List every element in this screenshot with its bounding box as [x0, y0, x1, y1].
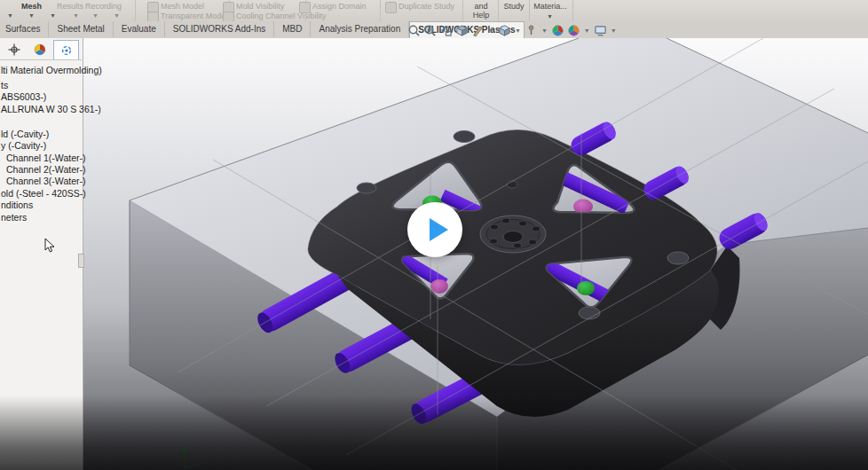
tab-sheet-metal[interactable]: Sheet Metal — [49, 21, 113, 37]
tree-item-mold-steel[interactable]: old (-Steel - 420SS-) — [1, 188, 86, 199]
create-material-button[interactable]: Materia... — [530, 2, 571, 11]
chevron-down-icon[interactable]: ▼ — [584, 27, 590, 34]
mold-visibility-button: Mold Visibility — [236, 2, 284, 11]
part-center-hub — [480, 215, 546, 253]
plastics-study-icon — [60, 44, 73, 57]
panel-splitter-handle[interactable] — [78, 254, 84, 268]
tree-item-channel-2[interactable]: Channel 2(-Water-) — [6, 164, 85, 175]
tree-item-channel-1[interactable]: Channel 1(-Water-) — [6, 153, 85, 163]
node-magenta-ll[interactable] — [430, 279, 448, 294]
view-settings-icon[interactable] — [594, 24, 607, 37]
tab-analysis-preparation[interactable]: Analysis Preparation — [311, 21, 409, 37]
mesh-flyout-caret[interactable]: ▼ — [7, 12, 13, 19]
pin-view-icon[interactable] — [525, 24, 538, 37]
zoom-to-fit-icon[interactable] — [407, 24, 421, 37]
mesh-model-button: Mesh Model — [161, 2, 204, 11]
previous-view-icon[interactable] — [439, 24, 453, 37]
move-crosshair-icon — [8, 43, 20, 56]
node-green-lr[interactable] — [577, 281, 595, 295]
section-view-icon[interactable] — [455, 24, 469, 37]
mouse-cursor — [44, 238, 56, 254]
zoom-to-area-icon[interactable] — [423, 24, 437, 37]
cooling-channel-visibility-button: Cooling Channel Visibility — [236, 12, 326, 20]
clear-study-button[interactable]: Study — [500, 2, 528, 11]
video-play-button[interactable] — [407, 202, 462, 257]
duplicate-study-button: Duplicate Study — [398, 2, 454, 11]
tree-item-mold-cavity[interactable]: ld (-Cavity-) — [1, 129, 49, 139]
tab-evaluate[interactable]: Evaluate — [114, 21, 165, 37]
view-orientation-icon[interactable] — [498, 24, 511, 37]
tab-solidworks-add-ins[interactable]: SOLIDWORKS Add-Ins — [165, 21, 274, 37]
part-small-hole — [507, 181, 517, 188]
tree-item-boundary-conditions[interactable]: nditions — [1, 200, 33, 210]
apply-scene-icon[interactable] — [567, 24, 580, 37]
tab-mbd[interactable]: MBD — [274, 21, 311, 37]
panel-tab-strip — [0, 40, 82, 60]
chevron-down-icon[interactable]: ▼ — [515, 27, 521, 34]
heads-up-view-toolbar: ▼ ▼ ▼ ▼ ▼ — [407, 23, 618, 37]
chevron-down-icon[interactable]: ▼ — [541, 27, 548, 34]
recording-flyout-caret: ▼ — [114, 12, 120, 19]
tab-feature-manager[interactable] — [2, 40, 26, 59]
ribbon-group-recording: Recording — [85, 2, 122, 11]
results-flyout-caret: ▼ — [73, 12, 79, 19]
edit-appearance-icon[interactable] — [551, 24, 564, 37]
feature-manager-panel: lti Material Overmolding) ts ABS6003-) A… — [0, 38, 83, 470]
create-material-caret[interactable]: ▼ — [547, 13, 553, 20]
assign-domain-icon — [299, 2, 311, 13]
tree-item-channel-3[interactable]: Channel 3(-Water-) — [6, 176, 85, 186]
chevron-down-icon[interactable]: ▼ — [611, 27, 617, 34]
tab-plastics-manager[interactable] — [53, 40, 79, 59]
recording-flyout-caret: ▼ — [92, 12, 99, 19]
settings-and-help-button[interactable]: and Help — [465, 2, 497, 20]
tree-item-cavity[interactable]: y (-Cavity-) — [1, 140, 46, 151]
play-icon — [430, 218, 448, 241]
command-manager-ribbon: Mesh Results Recording ▼ ▼ ▼ ▼ ▼ ▼ Mesh … — [0, 0, 868, 22]
transparent-model-button: Transparent Model — [161, 12, 227, 20]
ribbon-group-results: Results — [57, 2, 83, 11]
tree-item-study-title[interactable]: lti Material Overmolding) — [1, 65, 102, 75]
tree-item-material-allruna[interactable]: ALLRUNA W 30 S 361-) — [1, 104, 101, 114]
node-magenta-ur[interactable] — [573, 200, 593, 215]
solidworks-window: Mesh Results Recording ▼ ▼ ▼ ▼ ▼ ▼ Mesh … — [0, 0, 868, 470]
mesh-flyout-caret[interactable]: ▼ — [50, 12, 56, 19]
tab-display-manager[interactable] — [28, 40, 51, 59]
appearance-sphere-icon — [34, 43, 46, 56]
tab-surfaces[interactable]: Surfaces — [0, 21, 49, 37]
mesh-flyout-caret[interactable]: ▼ — [28, 12, 35, 19]
chevron-down-icon[interactable]: ▼ — [488, 27, 494, 34]
graphics-viewport[interactable] — [83, 38, 868, 470]
annotation-view-icon[interactable] — [471, 24, 485, 37]
tree-item-material-abs[interactable]: ABS6003-) — [1, 91, 46, 102]
assign-domain-button: Assign Domain — [312, 2, 367, 11]
duplicate-study-icon — [385, 2, 397, 13]
ribbon-group-mesh[interactable]: Mesh — [21, 2, 42, 11]
tree-item-parameters[interactable]: neters — [1, 212, 27, 223]
tree-item-parts[interactable]: ts — [1, 80, 8, 90]
